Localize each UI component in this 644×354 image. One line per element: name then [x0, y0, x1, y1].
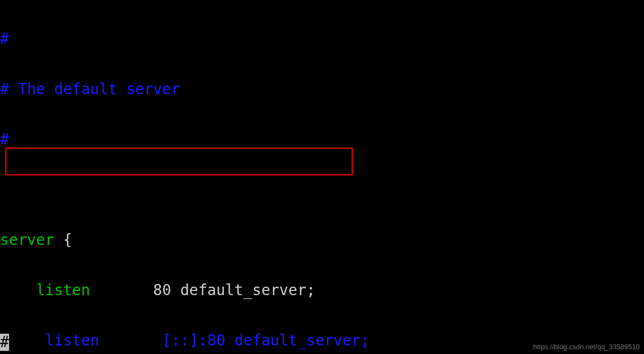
indent [0, 281, 36, 299]
text-cursor: # [0, 334, 9, 351]
keyword-server: server [0, 231, 54, 249]
comment-line: # [0, 30, 9, 48]
keyword-listen: listen [36, 281, 90, 299]
blank-line [0, 177, 644, 202]
directive-value: 80 default_server; [90, 281, 315, 299]
brace-open: { [54, 231, 72, 249]
commented-listen-line: listen [::]:80 default_server; [9, 332, 369, 349]
watermark-text: https://blog.csdn.net/qq_33589510 [533, 343, 640, 351]
comment-line: # [0, 130, 9, 148]
comment-line: # The default server [0, 80, 180, 98]
red-highlight-box [5, 148, 353, 175]
code-editor[interactable]: # # The default server # server { listen… [0, 0, 644, 354]
